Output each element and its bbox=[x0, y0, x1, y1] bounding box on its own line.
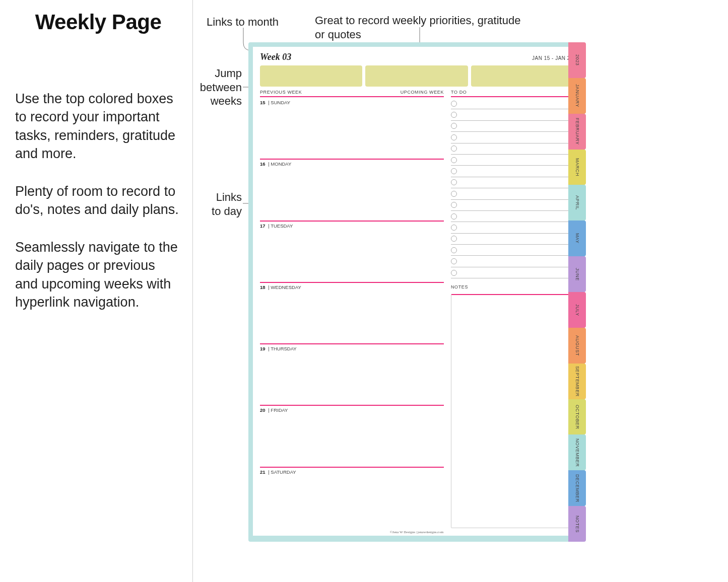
planner-inner: Week 03 JAN 15 - JAN 21 PREVIOUS WEEK UP… bbox=[253, 47, 580, 536]
vertical-divider bbox=[192, 0, 193, 582]
todo-row[interactable] bbox=[451, 121, 573, 132]
annotation-links-to-day: Links to day bbox=[199, 190, 242, 218]
checkbox-icon[interactable] bbox=[451, 270, 457, 276]
tab-august[interactable]: AUGUST bbox=[568, 328, 586, 363]
day-label: 17 | TUESDAY bbox=[260, 223, 444, 229]
day-label: 19 | THURSDAY bbox=[260, 346, 444, 351]
days-column: PREVIOUS WEEK UPCOMING WEEK 15 | SUNDAY1… bbox=[260, 89, 444, 528]
page-title: Weekly Page bbox=[15, 10, 181, 34]
tab-october[interactable]: OCTOBER bbox=[568, 399, 586, 435]
checkbox-icon[interactable] bbox=[451, 202, 457, 208]
priority-box-2[interactable] bbox=[365, 65, 468, 87]
todo-row[interactable] bbox=[451, 98, 573, 109]
notes-label: NOTES bbox=[451, 283, 573, 291]
todo-row[interactable] bbox=[451, 177, 573, 188]
annotation-jump-weeks-line3: weeks bbox=[211, 95, 242, 107]
day-block-wednesday[interactable]: 18 | WEDNESDAY bbox=[260, 282, 444, 343]
priority-box-3[interactable] bbox=[471, 65, 573, 87]
checkbox-icon[interactable] bbox=[451, 157, 457, 163]
day-block-tuesday[interactable]: 17 | TUESDAY bbox=[260, 221, 444, 282]
todo-row[interactable] bbox=[451, 132, 573, 143]
checkbox-icon[interactable] bbox=[451, 146, 457, 152]
day-block-monday[interactable]: 16 | MONDAY bbox=[260, 159, 444, 220]
planner-body: PREVIOUS WEEK UPCOMING WEEK 15 | SUNDAY1… bbox=[260, 89, 573, 528]
tab-september[interactable]: SEPTEMBER bbox=[568, 363, 586, 399]
tab-may[interactable]: MAY bbox=[568, 221, 586, 256]
todo-row[interactable] bbox=[451, 245, 573, 256]
todo-label: TO DO bbox=[451, 89, 573, 96]
annotation-links-to-day-line1: Links bbox=[216, 191, 242, 203]
desc-paragraph-1: Use the top colored boxes to record your… bbox=[15, 90, 181, 163]
notes-area[interactable] bbox=[451, 294, 573, 528]
annotation-links-to-month: Links to month bbox=[207, 15, 282, 29]
todo-row[interactable] bbox=[451, 166, 573, 177]
checkbox-icon[interactable] bbox=[451, 179, 457, 185]
todo-row[interactable] bbox=[451, 200, 573, 211]
checkbox-icon[interactable] bbox=[451, 191, 457, 197]
checkbox-icon[interactable] bbox=[451, 101, 457, 107]
todo-row[interactable] bbox=[451, 188, 573, 199]
desc-paragraph-2: Plenty of room to record to do's, notes … bbox=[15, 182, 181, 219]
annotation-jump-weeks: Jump between weeks bbox=[199, 66, 242, 108]
planner-page: Week 03 JAN 15 - JAN 21 PREVIOUS WEEK UP… bbox=[248, 42, 585, 542]
priority-boxes bbox=[260, 65, 573, 87]
todo-row[interactable] bbox=[451, 256, 573, 267]
priority-box-1[interactable] bbox=[260, 65, 362, 87]
tab-june[interactable]: JUNE bbox=[568, 256, 586, 292]
week-nav: PREVIOUS WEEK UPCOMING WEEK bbox=[260, 89, 444, 96]
annotation-priorities: Great to record weekly priorities, grati… bbox=[315, 14, 532, 41]
annotation-jump-weeks-line1: Jump bbox=[215, 67, 242, 80]
checkbox-icon[interactable] bbox=[451, 168, 457, 174]
tab-march[interactable]: MARCH bbox=[568, 150, 586, 185]
checkbox-icon[interactable] bbox=[451, 123, 457, 129]
todo-row[interactable] bbox=[451, 211, 573, 222]
day-label: 15 | SUNDAY bbox=[260, 100, 444, 105]
description-column: Weekly Page Use the top colored boxes to… bbox=[15, 10, 181, 330]
tab-november[interactable]: NOVEMBER bbox=[568, 434, 586, 470]
checkbox-icon[interactable] bbox=[451, 258, 457, 264]
week-title-link[interactable]: Week 03 bbox=[260, 52, 291, 62]
planner-header: Week 03 JAN 15 - JAN 21 bbox=[260, 52, 573, 62]
side-column: TO DO NOTES bbox=[451, 89, 573, 528]
checkbox-icon[interactable] bbox=[451, 247, 457, 253]
day-block-sunday[interactable]: 15 | SUNDAY bbox=[260, 98, 444, 159]
todo-row[interactable] bbox=[451, 267, 573, 278]
annotation-links-to-day-line2: to day bbox=[212, 205, 242, 217]
todo-rule bbox=[451, 96, 573, 97]
todo-row[interactable] bbox=[451, 109, 573, 120]
todo-list bbox=[451, 98, 573, 278]
tab-strip: 2023JANUARYFEBRUARYMARCHAPRILMAYJUNEJULY… bbox=[568, 42, 586, 542]
tab-2023[interactable]: 2023 bbox=[568, 42, 586, 78]
footer-credit: ©Jena W Designs | jenawdesigns.com bbox=[260, 530, 573, 534]
tab-february[interactable]: FEBRUARY bbox=[568, 114, 586, 150]
todo-row[interactable] bbox=[451, 234, 573, 245]
annotation-jump-weeks-line2: between bbox=[200, 81, 242, 94]
previous-week-link[interactable]: PREVIOUS WEEK bbox=[260, 90, 302, 95]
checkbox-icon[interactable] bbox=[451, 225, 457, 231]
todo-row[interactable] bbox=[451, 222, 573, 233]
day-label: 16 | MONDAY bbox=[260, 161, 444, 167]
day-block-friday[interactable]: 20 | FRIDAY bbox=[260, 405, 444, 466]
day-label: 20 | FRIDAY bbox=[260, 407, 444, 413]
todo-row[interactable] bbox=[451, 143, 573, 155]
days-container: 15 | SUNDAY16 | MONDAY17 | TUESDAY18 | W… bbox=[260, 98, 444, 528]
tab-december[interactable]: DECEMBER bbox=[568, 470, 586, 506]
tab-april[interactable]: APRIL bbox=[568, 185, 586, 221]
upcoming-week-link[interactable]: UPCOMING WEEK bbox=[401, 90, 444, 95]
week-nav-rule bbox=[260, 96, 444, 97]
tab-notes[interactable]: NOTES bbox=[568, 506, 586, 542]
date-range: JAN 15 - JAN 21 bbox=[532, 55, 573, 61]
checkbox-icon[interactable] bbox=[451, 134, 457, 140]
tab-july[interactable]: JULY bbox=[568, 292, 586, 328]
tab-january[interactable]: JANUARY bbox=[568, 78, 586, 114]
checkbox-icon[interactable] bbox=[451, 236, 457, 242]
day-label: 21 | SATURDAY bbox=[260, 469, 444, 475]
checkbox-icon[interactable] bbox=[451, 213, 457, 220]
day-block-saturday[interactable]: 21 | SATURDAY bbox=[260, 467, 444, 528]
desc-paragraph-3: Seamlessly navigate to the daily pages o… bbox=[15, 238, 181, 312]
checkbox-icon[interactable] bbox=[451, 112, 457, 118]
todo-row[interactable] bbox=[451, 155, 573, 166]
day-label: 18 | WEDNESDAY bbox=[260, 284, 444, 290]
day-block-thursday[interactable]: 19 | THURSDAY bbox=[260, 343, 444, 405]
